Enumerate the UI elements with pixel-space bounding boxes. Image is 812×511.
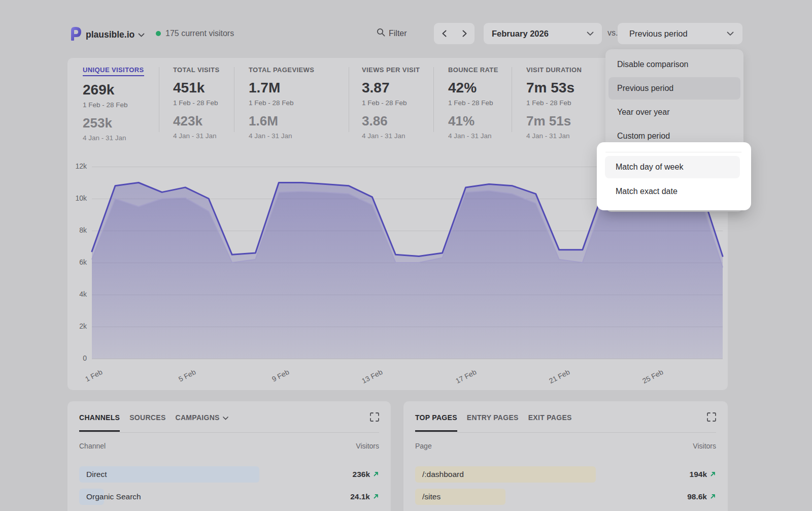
y-axis-label: 2k	[67, 322, 87, 330]
table-row-sites[interactable]: /sites98.6k	[415, 489, 716, 505]
date-range-selector[interactable]: February 2026	[484, 23, 602, 44]
metric-total-pageviews[interactable]: TOTAL PAGEVIEWS1.7M1 Feb - 28 Feb1.6M4 J…	[249, 65, 314, 140]
metric-value: 7m 53s	[526, 80, 582, 96]
y-axis-label: 10k	[67, 194, 87, 202]
table-row-dashboard[interactable]: /:dashboard194k	[415, 466, 716, 483]
tab-sources[interactable]: SOURCES	[129, 413, 165, 430]
metric-previous-value: 41%	[448, 113, 498, 129]
metric-bounce-rate[interactable]: BOUNCE RATE42%1 Feb - 28 Feb41%4 Jan - 3…	[448, 65, 498, 140]
metric-label: TOTAL VISITS	[173, 66, 219, 74]
metric-value: 269k	[83, 82, 144, 98]
trend-up-icon	[373, 470, 379, 479]
current-visitors-label: 175 current visitors	[165, 29, 234, 38]
metric-value: 1.7M	[249, 80, 314, 96]
filter-label: Filter	[389, 29, 407, 38]
filter-button[interactable]: Filter	[377, 28, 407, 39]
y-axis-label: 12k	[67, 162, 87, 170]
metric-previous-value: 1.6M	[249, 113, 314, 129]
metric-previous-period: 4 Jan - 31 Jan	[173, 132, 219, 140]
comparison-option-disable-comparison[interactable]: Disable comparison	[608, 53, 740, 76]
y-axis-label: 6k	[67, 258, 87, 266]
tab-channels[interactable]: CHANNELS	[79, 413, 120, 432]
live-dot-icon	[156, 31, 161, 36]
metric-previous-value: 3.86	[362, 113, 420, 129]
match-option-match-exact-date[interactable]: Match exact date	[605, 180, 740, 203]
metric-label: UNIQUE VISITORS	[83, 66, 144, 76]
pages-tabs: TOP PAGESENTRY PAGESEXIT PAGES	[415, 413, 572, 432]
fullscreen-icon	[370, 413, 379, 421]
metric-previous-period: 4 Jan - 31 Jan	[448, 132, 498, 140]
comparison-option-year-over-year[interactable]: Year over year	[608, 101, 740, 123]
column-header-visitors: Visitors	[693, 442, 716, 450]
pages-panel: TOP PAGESENTRY PAGESEXIT PAGES Page Visi…	[403, 401, 728, 511]
metric-visit-duration[interactable]: VISIT DURATION7m 53s1 Feb - 28 Feb7m 51s…	[526, 65, 582, 140]
metric-period: 1 Feb - 28 Feb	[362, 99, 420, 107]
comparison-label: Previous period	[629, 29, 688, 39]
tabs-divider	[415, 432, 716, 433]
x-axis-label: 25 Feb	[635, 368, 664, 388]
metric-divider	[512, 67, 512, 132]
metric-previous-period: 4 Jan - 31 Jan	[526, 132, 582, 140]
expand-channels-button[interactable]	[370, 412, 379, 424]
metric-value: 42%	[448, 80, 498, 96]
metric-value: 451k	[173, 80, 219, 96]
gridline-0	[92, 359, 723, 359]
comparison-selector[interactable]: Previous period	[618, 23, 742, 44]
match-option-match-day-of-week[interactable]: Match day of week	[605, 156, 740, 178]
visitors-count: 194k	[690, 470, 707, 479]
trend-up-icon	[710, 492, 716, 501]
column-header-name: Page	[415, 442, 432, 450]
x-axis-label: 9 Feb	[261, 368, 290, 388]
metric-label: VISIT DURATION	[526, 66, 582, 74]
channels-panel: CHANNELSSOURCESCAMPAIGNS Channel Visitor…	[67, 401, 391, 511]
metric-period: 1 Feb - 28 Feb	[249, 99, 314, 107]
column-header-visitors: Visitors	[356, 442, 379, 450]
visitors-count: 236k	[353, 470, 370, 479]
channels-tabs: CHANNELSSOURCESCAMPAIGNS	[79, 413, 228, 432]
comparison-option-previous-period[interactable]: Previous period	[608, 77, 740, 100]
metric-previous-period: 4 Jan - 31 Jan	[362, 132, 420, 140]
y-axis-label: 4k	[67, 290, 87, 298]
previous-period-arrow-button[interactable]	[434, 23, 454, 44]
pages-rows: /:dashboard194k/sites98.6k	[415, 466, 716, 511]
tab-label: TOP PAGES	[415, 413, 457, 422]
metric-views-per-visit[interactable]: VIEWS PER VISIT3.871 Feb - 28 Feb3.864 J…	[362, 65, 420, 140]
metric-total-visits[interactable]: TOTAL VISITS451k1 Feb - 28 Feb423k4 Jan …	[173, 65, 219, 140]
tab-top-pages[interactable]: TOP PAGES	[415, 413, 457, 432]
tabs-divider	[79, 432, 379, 433]
chevron-down-icon	[727, 29, 734, 38]
metric-unique-visitors[interactable]: UNIQUE VISITORS269k1 Feb - 28 Feb253k4 J…	[83, 65, 144, 142]
metric-previous-period: 4 Jan - 31 Jan	[249, 132, 314, 140]
metric-period: 1 Feb - 28 Feb	[83, 101, 144, 109]
row-name: Direct	[86, 470, 107, 479]
x-axis-label: 5 Feb	[168, 368, 197, 388]
table-row-direct[interactable]: Direct236k	[79, 466, 379, 483]
metric-previous-value: 7m 51s	[526, 113, 582, 129]
metric-label: TOTAL PAGEVIEWS	[249, 66, 314, 74]
metric-divider	[433, 67, 434, 132]
metric-period: 1 Feb - 28 Feb	[526, 99, 582, 107]
row-name: /sites	[422, 492, 441, 501]
site-name: plausible.io	[86, 29, 134, 40]
chevron-down-icon	[138, 30, 145, 39]
metric-value: 3.87	[362, 80, 420, 96]
metric-previous-value: 253k	[83, 115, 144, 131]
vs-label: vs.	[607, 28, 618, 38]
metric-previous-period: 4 Jan - 31 Jan	[83, 134, 144, 142]
tab-campaigns[interactable]: CAMPAIGNS	[176, 413, 228, 430]
x-axis-label: 1 Feb	[75, 368, 104, 388]
channels-column-headers: Channel Visitors	[79, 442, 379, 450]
next-period-arrow-button[interactable]	[454, 23, 475, 44]
table-row-organic-search[interactable]: Organic Search24.1k	[79, 489, 379, 505]
date-nav-arrows	[434, 23, 475, 44]
expand-pages-button[interactable]	[707, 412, 716, 424]
tab-entry-pages[interactable]: ENTRY PAGES	[467, 413, 519, 430]
chevron-down-icon	[587, 29, 594, 38]
tab-exit-pages[interactable]: EXIT PAGES	[528, 413, 572, 430]
fullscreen-icon	[707, 413, 716, 421]
site-switcher[interactable]: plausible.io	[70, 26, 145, 43]
current-visitors[interactable]: 175 current visitors	[156, 29, 234, 38]
x-axis-label: 21 Feb	[542, 368, 571, 388]
metric-label: BOUNCE RATE	[448, 66, 498, 74]
metric-divider	[159, 67, 159, 132]
